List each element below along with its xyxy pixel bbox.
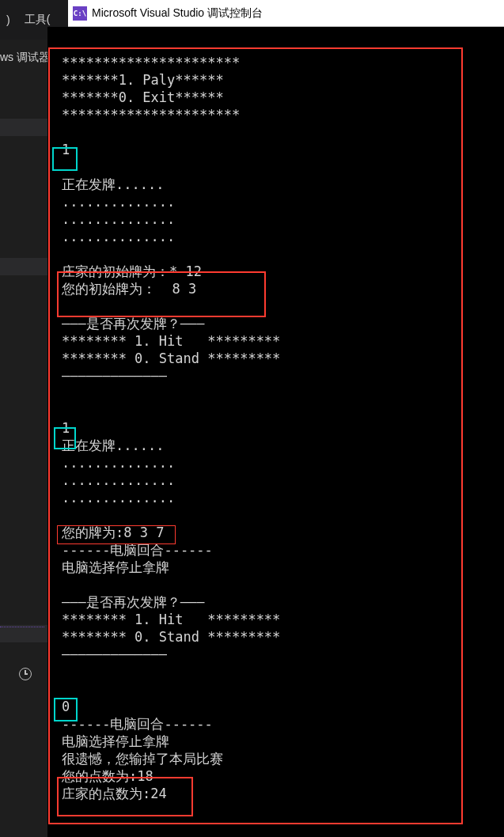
console-line: ******** 1. Hit ********* xyxy=(62,611,504,628)
console-line xyxy=(62,158,504,176)
console-line: 很遗憾，您输掉了本局比赛 xyxy=(62,750,504,767)
gutter-dotted-line xyxy=(0,627,44,628)
console-line: .............. xyxy=(62,472,504,489)
console-line: ******** 1. Hit ********* xyxy=(62,332,504,350)
console-line: ———是否再次发牌？——— xyxy=(62,593,504,611)
menu-tools[interactable]: 工具( xyxy=(25,13,51,27)
debugger-label: ws 调试器 xyxy=(0,51,50,65)
console-line: .............. xyxy=(62,193,504,210)
console-line: .............. xyxy=(62,454,504,472)
console-line: ————————————— xyxy=(62,367,504,384)
console-line: .............. xyxy=(62,210,504,228)
console-line: ————————————— xyxy=(62,646,504,663)
console-line: 1 xyxy=(62,419,504,437)
console-line: 电脑选择停止拿牌 xyxy=(62,733,504,750)
console-line: 您的点数为:18 xyxy=(62,767,504,785)
gutter-marker xyxy=(0,258,47,275)
console-line xyxy=(62,245,504,263)
console-line: ------电脑回合------ xyxy=(62,541,504,559)
console-titlebar: C:\ Microsoft Visual Studio 调试控制台 xyxy=(68,0,504,27)
console-line: ********************** xyxy=(62,106,504,123)
console-line: 1 xyxy=(62,141,504,158)
clock-icon xyxy=(19,668,32,680)
console-line: ******** 0. Stand ********* xyxy=(62,350,504,367)
console-line: 庄家的初始牌为：* 12 xyxy=(62,263,504,280)
console-line: 正在发牌...... xyxy=(62,176,504,193)
console-output[interactable]: *****************************1. Paly****… xyxy=(47,27,504,837)
console-line: 庄家的点数为:24 xyxy=(62,785,504,802)
console-line: .............. xyxy=(62,489,504,506)
console-line xyxy=(62,297,504,315)
console-line: 您的初始牌为： 8 3 xyxy=(62,280,504,297)
console-line: 电脑选择停止拿牌 xyxy=(62,559,504,576)
console-line xyxy=(62,123,504,141)
console-line: ------电脑回合------ xyxy=(62,715,504,733)
console-line: ******** 0. Stand ********* xyxy=(62,628,504,646)
console-line: 正在发牌...... xyxy=(62,437,504,454)
console-line xyxy=(62,402,504,419)
console-app-icon: C:\ xyxy=(73,6,87,21)
vs-left-gutter xyxy=(0,40,47,837)
console-line xyxy=(62,663,504,680)
console-line: *******0. Exit****** xyxy=(62,89,504,106)
console-line xyxy=(62,576,504,593)
console-line: 您的牌为:8 3 7 xyxy=(62,524,504,541)
console-line: ********************** xyxy=(62,54,504,71)
console-title: Microsoft Visual Studio 调试控制台 xyxy=(92,6,263,21)
menu-paren: ) xyxy=(6,13,10,26)
console-line: 0 xyxy=(62,698,504,715)
console-line: *******1. Paly****** xyxy=(62,71,504,89)
console-line xyxy=(62,680,504,698)
console-line: .............. xyxy=(62,228,504,245)
gutter-marker xyxy=(0,119,47,136)
console-line xyxy=(62,506,504,524)
console-line: ———是否再次发牌？——— xyxy=(62,315,504,332)
console-line xyxy=(62,384,504,402)
